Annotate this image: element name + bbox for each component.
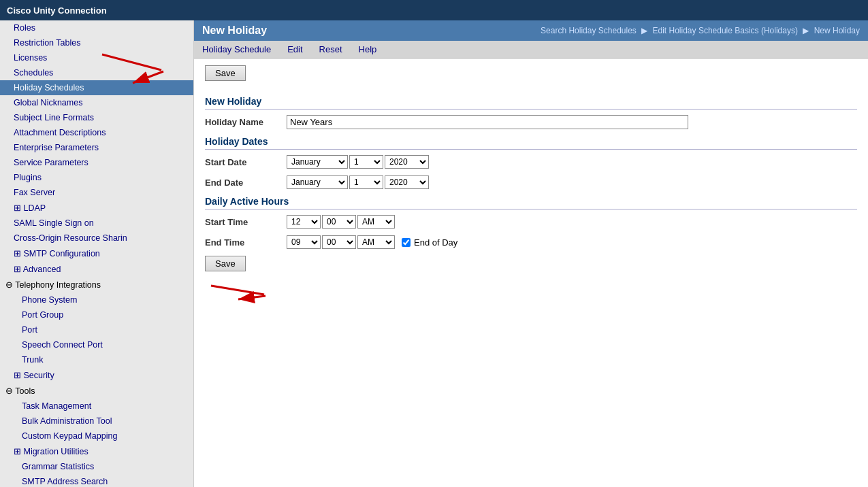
- sidebar-item[interactable]: Global Nicknames: [0, 95, 193, 110]
- sidebar-item[interactable]: Bulk Administration Tool: [0, 414, 193, 429]
- menu-item-edit[interactable]: Edit: [285, 43, 305, 56]
- form-content: Save New Holiday Holiday Name Holiday Da…: [194, 58, 868, 487]
- sidebar[interactable]: RolesRestriction TablesLicensesSchedules…: [0, 20, 194, 487]
- breadcrumb-link-1[interactable]: Search Holiday Schedules: [541, 26, 637, 35]
- content-area: New Holiday Search Holiday Schedules ▶ E…: [194, 20, 868, 487]
- menu-item-holiday-schedule[interactable]: Holiday Schedule: [199, 43, 274, 56]
- menu-bar: Holiday ScheduleEditResetHelp: [194, 41, 868, 58]
- menu-item-reset[interactable]: Reset: [317, 43, 345, 56]
- save-button-top[interactable]: Save: [205, 65, 246, 81]
- holiday-dates-section-title: Holiday Dates: [205, 136, 857, 150]
- start-date-month-select[interactable]: JanuaryFebruaryMarchAprilMayJuneJulyAugu…: [287, 155, 348, 169]
- start-date-year-select[interactable]: 2019202020212022: [385, 155, 429, 169]
- start-time-hour-select[interactable]: 120102030405060708091011: [287, 215, 321, 229]
- end-of-day-checkbox[interactable]: [402, 238, 411, 247]
- new-holiday-section-title: New Holiday: [205, 96, 857, 110]
- sidebar-item[interactable]: ⊖ Tools: [0, 383, 193, 399]
- holiday-name-label: Holiday Name: [205, 117, 287, 127]
- end-date-day-select[interactable]: 1234567891011121314151617181920212223242…: [349, 175, 383, 189]
- start-time-label: Start Time: [205, 217, 287, 227]
- sidebar-item[interactable]: Phone System: [0, 292, 193, 307]
- end-time-ampm-select[interactable]: AMPM: [357, 235, 395, 249]
- sidebar-item[interactable]: ⊞ Security: [0, 367, 193, 383]
- sidebar-item[interactable]: Trunk: [0, 352, 193, 367]
- sidebar-item[interactable]: Task Management: [0, 399, 193, 414]
- breadcrumb-current: New Holiday: [814, 26, 860, 35]
- sidebar-item[interactable]: Port Group: [0, 307, 193, 322]
- breadcrumb-link-2[interactable]: Edit Holiday Schedule Basics (Holidays): [653, 26, 798, 35]
- sidebar-item[interactable]: Holiday Schedules: [0, 80, 193, 95]
- sidebar-item[interactable]: ⊞ SMTP Configuration: [0, 246, 193, 261]
- end-date-label: End Date: [205, 178, 287, 188]
- start-date-day-select[interactable]: 1234567891011121314151617181920212223242…: [349, 155, 383, 169]
- breadcrumb: Search Holiday Schedules ▶ Edit Holiday …: [541, 26, 860, 35]
- end-time-row: End Time 120102030405060708091011 001530…: [205, 235, 857, 249]
- top-header: Cisco Unity Connection: [0, 0, 868, 20]
- sidebar-item[interactable]: Attachment Descriptions: [0, 125, 193, 140]
- sidebar-item[interactable]: ⊞ LDAP: [0, 200, 193, 216]
- sidebar-item[interactable]: Cross-Origin Resource Sharin: [0, 231, 193, 246]
- page-title: New Holiday: [202, 24, 267, 37]
- menu-item-help[interactable]: Help: [356, 43, 380, 56]
- sidebar-item[interactable]: Subject Line Formats: [0, 110, 193, 125]
- start-time-min-select[interactable]: 00153045: [322, 215, 356, 229]
- end-date-month-select[interactable]: JanuaryFebruaryMarchAprilMayJuneJulyAugu…: [287, 175, 348, 189]
- sidebar-item[interactable]: Enterprise Parameters: [0, 140, 193, 155]
- end-date-year-select[interactable]: 2019202020212022: [385, 175, 429, 189]
- end-time-min-select[interactable]: 00153045: [322, 235, 356, 249]
- start-time-row: Start Time 120102030405060708091011 0015…: [205, 215, 857, 229]
- sidebar-item[interactable]: Service Parameters: [0, 155, 193, 170]
- content-header: New Holiday Search Holiday Schedules ▶ E…: [194, 20, 868, 41]
- save-button-bottom[interactable]: Save: [205, 256, 246, 271]
- end-of-day-label: End of Day: [414, 237, 457, 248]
- start-date-row: Start Date JanuaryFebruaryMarchAprilMayJ…: [205, 155, 857, 169]
- sidebar-item[interactable]: Fax Server: [0, 185, 193, 200]
- start-time-ampm-select[interactable]: AMPM: [357, 215, 395, 229]
- end-time-hour-select[interactable]: 120102030405060708091011: [287, 235, 321, 249]
- sidebar-item[interactable]: Grammar Statistics: [0, 459, 193, 474]
- sidebar-item[interactable]: ⊖ Telephony Integrations: [0, 277, 193, 292]
- holiday-name-input[interactable]: [287, 115, 688, 129]
- sidebar-item[interactable]: ⊞ Migration Utilities: [0, 443, 193, 459]
- sidebar-item[interactable]: Licenses: [0, 50, 193, 65]
- app-title: Cisco Unity Connection: [7, 5, 107, 16]
- sidebar-item[interactable]: Restriction Tables: [0, 35, 193, 50]
- sidebar-item[interactable]: Custom Keypad Mapping: [0, 429, 193, 443]
- sidebar-item[interactable]: ⊞ Advanced: [0, 261, 193, 277]
- sidebar-item[interactable]: Schedules: [0, 65, 193, 80]
- sidebar-item[interactable]: Speech Connect Port: [0, 337, 193, 352]
- sidebar-item[interactable]: Port: [0, 322, 193, 337]
- daily-hours-section-title: Daily Active Hours: [205, 196, 857, 209]
- sidebar-item[interactable]: SAML Single Sign on: [0, 216, 193, 231]
- sidebar-item[interactable]: Plugins: [0, 170, 193, 185]
- start-date-label: Start Date: [205, 157, 287, 167]
- main-layout: RolesRestriction TablesLicensesSchedules…: [0, 20, 868, 487]
- holiday-name-row: Holiday Name: [205, 115, 857, 129]
- sidebar-item[interactable]: Roles: [0, 20, 193, 35]
- end-time-label: End Time: [205, 237, 287, 248]
- sidebar-item[interactable]: SMTP Address Search: [0, 474, 193, 487]
- end-date-row: End Date JanuaryFebruaryMarchAprilMayJun…: [205, 175, 857, 189]
